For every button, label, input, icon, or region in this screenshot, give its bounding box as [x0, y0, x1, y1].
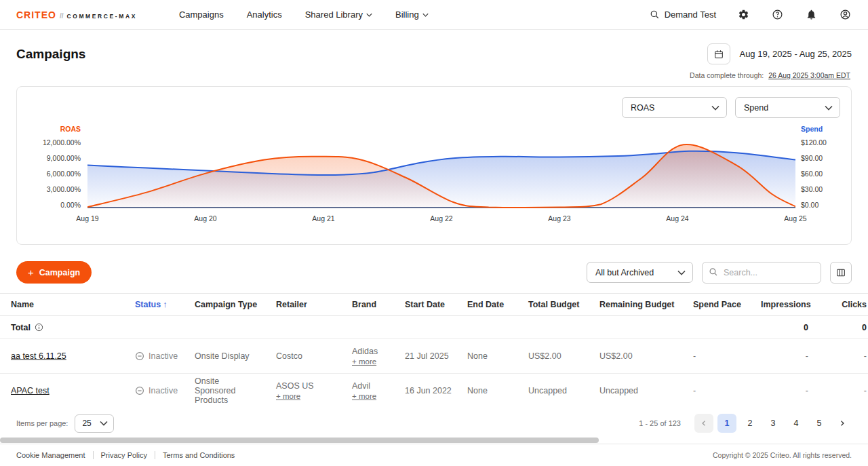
brand-more-link[interactable]: + more	[352, 392, 376, 400]
info-icon[interactable]	[35, 323, 43, 332]
nav-analytics[interactable]: Analytics	[247, 9, 282, 20]
col-start-date[interactable]: Start Date	[405, 294, 467, 316]
left-tick: 0.00%	[28, 201, 81, 209]
nav-campaigns[interactable]: Campaigns	[179, 9, 224, 20]
chart-metric-selectors: ROAS Spend	[28, 97, 840, 118]
right-tick: $30.00	[801, 185, 840, 193]
nav-campaigns-label: Campaigns	[179, 9, 224, 20]
next-page-button[interactable]	[833, 414, 852, 433]
pagination-range: 1 - 25 of 123	[639, 419, 681, 427]
settings-button[interactable]	[736, 8, 750, 22]
inactive-icon	[135, 386, 144, 395]
col-name[interactable]: Name	[0, 294, 135, 316]
col-spend-pace[interactable]: Spend Pace	[693, 294, 761, 316]
sort-asc-icon: ↑	[163, 300, 167, 309]
x-tick: Aug 20	[194, 214, 216, 222]
chevron-right-icon	[838, 419, 846, 427]
plus-icon: +	[28, 267, 34, 277]
date-range-area: Aug 19, 2025 - Aug 25, 2025	[707, 43, 852, 64]
chevron-left-icon	[700, 419, 708, 427]
right-tick: $0.00	[801, 201, 840, 209]
right-metric-select[interactable]: Spend	[735, 97, 840, 118]
right-axis-title: Spend	[795, 125, 840, 138]
col-impressions[interactable]: Impressions	[761, 294, 819, 316]
nav-billing[interactable]: Billing	[395, 9, 429, 20]
left-metric-select[interactable]: ROAS	[622, 97, 727, 118]
chevron-down-icon	[366, 13, 372, 17]
start-date-cell: 16 Jun 2022	[405, 374, 467, 408]
terms-link[interactable]: Terms and Conditions	[155, 451, 235, 459]
right-axis-ticks: $120.00 $90.00 $60.00 $30.00 $0.00	[795, 138, 840, 209]
left-tick: 9,000.00%	[28, 154, 81, 162]
nav-shared-library[interactable]: Shared Library	[305, 9, 372, 20]
help-button[interactable]	[770, 8, 784, 22]
gear-icon	[738, 9, 749, 20]
items-per-page-select[interactable]: 25	[75, 414, 114, 433]
chevron-down-icon	[100, 421, 108, 426]
left-tick: 3,000.00%	[28, 185, 81, 193]
date-picker-button[interactable]	[707, 43, 730, 64]
total-budget-cell: Uncapped	[528, 374, 599, 408]
retailer-value: ASOS US	[276, 381, 344, 391]
calendar-icon	[713, 49, 724, 60]
left-tick: 6,000.00%	[28, 170, 81, 178]
page-header: Campaigns Aug 19, 2025 - Aug 25, 2025	[0, 30, 868, 66]
table-header-row: Name Status↑ Campaign Type Retailer Bran…	[0, 294, 868, 316]
campaign-link[interactable]: APAC test	[11, 386, 50, 395]
add-campaign-button[interactable]: + Campaign	[16, 261, 92, 284]
col-status[interactable]: Status↑	[135, 294, 195, 316]
items-per-page-label: Items per page:	[16, 419, 68, 427]
x-tick: Aug 24	[666, 214, 688, 222]
chevron-down-icon	[677, 270, 686, 275]
page-button-4[interactable]: 4	[787, 414, 806, 433]
prev-page-button[interactable]	[694, 414, 713, 433]
criteo-logo[interactable]: CRITEO // COMMERCE-MAX	[16, 9, 137, 20]
data-complete-link[interactable]: 26 Aug 2025 3:00am EDT	[768, 71, 850, 79]
chart-spacer	[87, 125, 795, 138]
campaign-link[interactable]: aa test 6.11.25	[11, 351, 66, 361]
data-complete-label: Data complete through:	[690, 71, 764, 79]
x-tick: Aug 19	[76, 214, 98, 222]
col-brand[interactable]: Brand	[352, 294, 405, 316]
scrollbar-thumb[interactable]	[0, 438, 599, 443]
chart-canvas	[87, 138, 795, 209]
column-settings-button[interactable]	[830, 262, 852, 284]
col-total-budget[interactable]: Total Budget	[528, 294, 599, 316]
brand-more-link[interactable]: + more	[352, 357, 376, 366]
search-icon	[709, 267, 718, 277]
col-remaining-budget[interactable]: Remaining Budget	[599, 294, 693, 316]
spend-pace-cell: -	[693, 374, 761, 408]
campaign-type-cell: Onsite Sponsored Products	[195, 374, 276, 408]
account-icon	[840, 9, 851, 20]
chevron-down-icon	[711, 105, 719, 111]
page-title: Campaigns	[16, 47, 85, 62]
footer-links: Cookie Management Privacy Policy Terms a…	[16, 451, 235, 459]
col-clicks[interactable]: Clicks	[819, 294, 868, 316]
retailer-value: Costco	[276, 351, 344, 361]
account-switcher[interactable]: Demand Test	[650, 9, 716, 20]
page-button-3[interactable]: 3	[764, 414, 783, 433]
logo-divider: //	[60, 12, 64, 20]
remaining-budget-cell: Uncapped	[599, 374, 693, 408]
page-button-5[interactable]: 5	[810, 414, 829, 433]
help-icon	[772, 9, 783, 20]
page-button-2[interactable]: 2	[741, 414, 760, 433]
brand-cell: Adidas + more	[352, 339, 405, 374]
col-retailer[interactable]: Retailer	[276, 294, 352, 316]
main-content: Campaigns Aug 19, 2025 - Aug 25, 2025 Da…	[0, 30, 868, 444]
page-button-1[interactable]: 1	[717, 414, 736, 433]
items-per-page-value: 25	[82, 419, 91, 428]
col-campaign-type[interactable]: Campaign Type	[195, 294, 276, 316]
cookie-management-link[interactable]: Cookie Management	[16, 451, 85, 459]
retailer-more-link[interactable]: + more	[276, 392, 300, 400]
data-complete-note: Data complete through: 26 Aug 2025 3:00a…	[0, 66, 868, 83]
col-end-date[interactable]: End Date	[467, 294, 528, 316]
notifications-button[interactable]	[804, 8, 818, 22]
privacy-policy-link[interactable]: Privacy Policy	[93, 451, 147, 459]
main-nav: Campaigns Analytics Shared Library Billi…	[179, 9, 429, 20]
brand-value: Advil	[352, 381, 397, 391]
search-input[interactable]	[702, 262, 821, 284]
status-filter-select[interactable]: All but Archived	[587, 262, 693, 283]
chevron-down-icon	[422, 13, 429, 17]
account-button[interactable]	[838, 8, 852, 22]
